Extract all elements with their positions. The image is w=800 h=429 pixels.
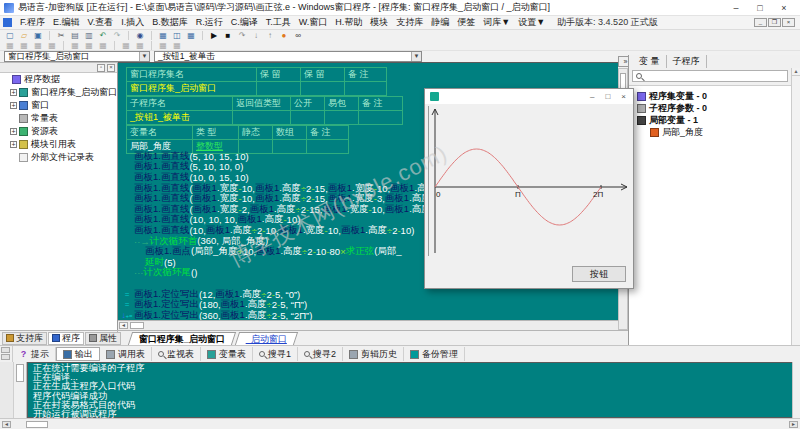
menu-item[interactable]: T.工具: [262, 16, 295, 29]
variable-tree-item[interactable]: 局部变量 - 1: [629, 114, 791, 126]
scroll-left-icon[interactable]: ◄: [2, 421, 11, 428]
compiler-output[interactable]: 正在统计需要编译的子程序正在编译...正在生成主程序入口代码程序代码编译成功正在…: [27, 362, 792, 418]
variable-search-input[interactable]: [632, 70, 788, 82]
sheet-tab[interactable]: _启动窗口: [235, 332, 298, 345]
subroutine-combobox[interactable]: _按钮1_被单击 ▼: [154, 51, 422, 62]
popup-close-button[interactable]: ×: [621, 90, 626, 103]
mdi-minimize-button[interactable]: _: [754, 18, 767, 27]
bottom-hscroll-thumb[interactable]: [26, 421, 48, 428]
popup-minimize-button[interactable]: –: [590, 90, 594, 103]
align-top-icon[interactable]: ▦: [32, 41, 44, 51]
sheet-tab[interactable]: 窗口程序集_启动窗口: [128, 332, 236, 345]
menu-item[interactable]: 支持库: [392, 16, 427, 29]
panel-tab-属性[interactable]: 属性: [85, 332, 121, 345]
table-cell[interactable]: [233, 111, 291, 125]
panel-vscrollbar[interactable]: ▲: [791, 68, 800, 345]
menu-item[interactable]: 模块: [366, 16, 392, 29]
output-left-scrollbar[interactable]: [14, 362, 27, 418]
menu-item[interactable]: 设置▼: [514, 16, 549, 29]
table-cell[interactable]: 窗口程序集_启动窗口: [127, 82, 257, 96]
cut-icon[interactable]: ✂: [55, 31, 67, 41]
open-file-icon[interactable]: ▱: [18, 31, 30, 41]
same-width-icon[interactable]: ▦: [83, 41, 95, 51]
code-line[interactable]: ↓+=画板1.定位写出 (360, 画板1.高度 ÷ 2 - 5, “2Π”): [120, 310, 618, 321]
bottom-tab-变量表[interactable]: 变量表: [201, 347, 253, 361]
variables-panel-tab[interactable]: 子程序: [667, 55, 707, 68]
expand-panel-button[interactable]: [1, 354, 10, 360]
table-cell[interactable]: [359, 111, 403, 125]
menu-item[interactable]: E.编辑: [49, 16, 84, 29]
menu-item[interactable]: 静编: [427, 16, 453, 29]
table-cell[interactable]: [291, 111, 325, 125]
expand-icon[interactable]: +: [10, 102, 17, 109]
align-right-icon[interactable]: ▦: [18, 41, 30, 51]
running-program-window[interactable]: – □ × 0Π2Π 按钮: [424, 88, 634, 289]
menu-item[interactable]: V.查看: [84, 16, 118, 29]
paste-icon[interactable]: ▥: [83, 31, 95, 41]
variable-tree-item[interactable]: 子程序参数 - 0: [629, 102, 791, 114]
find-icon[interactable]: ◉: [134, 31, 146, 41]
menu-item[interactable]: 便签: [453, 16, 479, 29]
table-cell[interactable]: [257, 82, 301, 96]
bottom-tab-搜寻1[interactable]: 搜寻1: [253, 347, 298, 361]
panel-tab-支持库[interactable]: 支持库: [2, 332, 47, 345]
space-vertical-icon[interactable]: ▦: [134, 41, 146, 51]
step-over-icon[interactable]: ↷: [236, 31, 248, 41]
expand-icon[interactable]: +: [10, 89, 17, 96]
window-layout-1-icon[interactable]: ▦: [157, 31, 169, 41]
menu-item[interactable]: R.运行: [192, 16, 227, 29]
same-height-icon[interactable]: ▦: [97, 41, 109, 51]
minimize-button[interactable]: –: [724, 1, 748, 15]
table-cell[interactable]: [345, 82, 387, 96]
scroll-left-icon[interactable]: ◄: [119, 322, 128, 329]
hscroll-thumb[interactable]: [130, 322, 144, 329]
expand-icon[interactable]: +: [10, 128, 17, 135]
undo-icon[interactable]: ↶: [97, 31, 109, 41]
new-file-icon[interactable]: ▢: [4, 31, 16, 41]
tree-item-root[interactable]: 程序数据: [0, 73, 117, 86]
chevron-down-icon[interactable]: ▼: [139, 52, 149, 61]
tree-item[interactable]: +资源表: [0, 125, 117, 138]
editor-hscrollbar[interactable]: ◄: [118, 320, 618, 330]
menu-item[interactable]: I.插入: [117, 16, 148, 29]
stop-icon[interactable]: ■: [222, 31, 234, 41]
tree-item[interactable]: +窗口: [0, 99, 117, 112]
table-cell[interactable]: [301, 82, 345, 96]
menu-item[interactable]: W.窗口: [295, 16, 332, 29]
draw-button[interactable]: 按钮: [572, 266, 626, 282]
menu-item[interactable]: F.程序: [16, 16, 49, 29]
menu-item[interactable]: C.编译: [227, 16, 262, 29]
assembly-combobox[interactable]: 窗口程序集_启动窗口 ▼: [4, 51, 150, 62]
align-left-icon[interactable]: ▦: [4, 41, 16, 51]
output-vscrollbar[interactable]: [792, 362, 800, 418]
same-size-icon[interactable]: ▦: [69, 41, 81, 51]
tree-item[interactable]: +模块引用表: [0, 138, 117, 151]
close-button[interactable]: ×: [772, 1, 796, 15]
tree-item[interactable]: 外部文件记录表: [0, 151, 117, 164]
bottom-tab-调用表[interactable]: 调用表: [100, 347, 152, 361]
panel-tab-程序[interactable]: 程序: [48, 332, 84, 345]
window-layout-2-icon[interactable]: ◫: [171, 31, 183, 41]
redo-icon[interactable]: ↷: [111, 31, 123, 41]
run-icon[interactable]: ▶: [208, 31, 220, 41]
center-vertical-icon[interactable]: ▦: [171, 41, 183, 51]
close-icon[interactable]: ×: [107, 64, 115, 72]
bottom-tab-提示[interactable]: ?提示: [13, 347, 56, 361]
step-into-icon[interactable]: ↓: [250, 31, 262, 41]
bottom-tab-搜寻2[interactable]: 搜寻2: [298, 347, 343, 361]
tree-item[interactable]: 常量表: [0, 112, 117, 125]
variables-panel-tab[interactable]: 变 量: [633, 55, 667, 68]
bottom-tab-输出[interactable]: 输出: [56, 347, 100, 361]
mdi-close-button[interactable]: ×: [782, 18, 795, 27]
collapse-panel-button[interactable]: [1, 347, 10, 353]
copy-icon[interactable]: ▤: [69, 31, 81, 41]
window-layout-3-icon[interactable]: ▦: [185, 31, 197, 41]
menu-item[interactable]: B.数据库: [148, 16, 192, 29]
bottom-tab-监视表[interactable]: 监视表: [152, 347, 201, 361]
save-icon[interactable]: ▣: [32, 31, 44, 41]
variable-tree-item[interactable]: 局部_角度: [629, 126, 791, 138]
popup-maximize-button[interactable]: □: [605, 90, 610, 103]
menu-item[interactable]: 词库▼: [479, 16, 514, 29]
step-out-icon[interactable]: ↑: [264, 31, 276, 41]
variable-tree-item[interactable]: 程序集变量 - 0: [629, 90, 791, 102]
